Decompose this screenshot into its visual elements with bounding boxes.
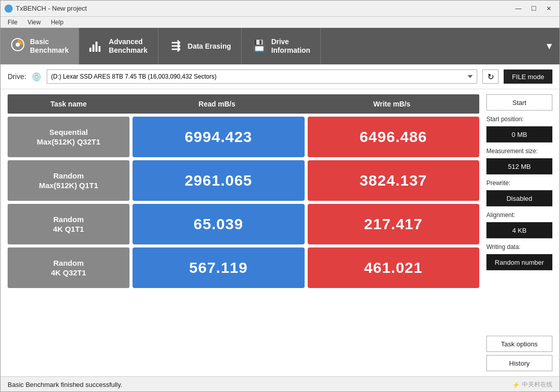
advanced-benchmark-icon bbox=[89, 41, 104, 52]
row-read-2: 65.039 bbox=[133, 204, 305, 244]
row-label-0: SequentialMax(512K) Q32T1 bbox=[8, 117, 129, 157]
app-icon bbox=[5, 5, 13, 13]
drive-information-icon: 💾 bbox=[252, 40, 266, 53]
maximize-button[interactable]: ☐ bbox=[527, 4, 540, 14]
prewrite-label: Prewrite: bbox=[486, 180, 552, 187]
logo-text: 中关村在线 bbox=[522, 380, 552, 389]
toolbar-data-erasing[interactable]: ⇶ Data Erasing bbox=[158, 28, 242, 64]
benchmark-area: Task name Read mB/s Write mB/s Sequentia… bbox=[1, 89, 559, 376]
sidebar: Start Start position: 0 MB Measurement s… bbox=[486, 94, 552, 371]
measurement-size-label: Measurement size: bbox=[486, 148, 552, 155]
table-row: RandomMax(512K) Q1T1 2961.065 3824.137 bbox=[8, 160, 479, 201]
basic-benchmark-label: BasicBenchmark bbox=[30, 38, 69, 55]
header-read: Read mB/s bbox=[129, 100, 305, 108]
logo-icon: ⚡ bbox=[512, 381, 520, 388]
table-header: Task name Read mB/s Write mB/s bbox=[8, 94, 479, 114]
close-button[interactable]: ✕ bbox=[542, 4, 555, 14]
results-table: Task name Read mB/s Write mB/s Sequentia… bbox=[8, 94, 479, 371]
file-mode-button[interactable]: FILE mode bbox=[504, 69, 552, 84]
main-content: Drive: 💿 (D:) Lexar SSD ARES 8TB 7.45 TB… bbox=[1, 64, 559, 376]
menu-file[interactable]: File bbox=[3, 18, 22, 27]
start-button[interactable]: Start bbox=[486, 94, 552, 111]
toolbar-drive-information[interactable]: 💾 DriveInformation bbox=[242, 28, 321, 64]
title-bar-text: TxBENCH - New project bbox=[16, 5, 512, 12]
writing-data-value[interactable]: Random number bbox=[486, 254, 552, 270]
row-label-2: Random4K Q1T1 bbox=[8, 204, 129, 244]
row-write-2: 217.417 bbox=[308, 204, 480, 244]
status-bar: Basic Benchmark finished successfully. ⚡… bbox=[1, 376, 559, 392]
status-logo: ⚡ 中关村在线 bbox=[512, 380, 552, 389]
data-erasing-icon: ⇶ bbox=[169, 40, 183, 53]
measurement-size-value[interactable]: 512 MB bbox=[486, 158, 552, 174]
title-bar: TxBENCH - New project — ☐ ✕ bbox=[1, 1, 559, 17]
header-write: Write mB/s bbox=[305, 100, 480, 108]
advanced-benchmark-label: AdvancedBenchmark bbox=[109, 38, 147, 55]
start-position-value[interactable]: 0 MB bbox=[486, 126, 552, 142]
toolbar: BasicBenchmark AdvancedBenchmark ⇶ Data … bbox=[1, 28, 559, 64]
alignment-value[interactable]: 4 KB bbox=[486, 222, 552, 238]
table-rows: SequentialMax(512K) Q32T1 6994.423 6496.… bbox=[8, 117, 479, 288]
row-label-1: RandomMax(512K) Q1T1 bbox=[8, 160, 129, 201]
row-write-0: 6496.486 bbox=[308, 117, 480, 157]
toolbar-advanced-benchmark[interactable]: AdvancedBenchmark bbox=[79, 28, 158, 64]
row-label-3: Random4K Q32T1 bbox=[8, 247, 129, 288]
header-task-name: Task name bbox=[8, 100, 129, 108]
table-row: SequentialMax(512K) Q32T1 6994.423 6496.… bbox=[8, 117, 479, 157]
row-write-1: 3824.137 bbox=[308, 160, 480, 201]
title-bar-controls: — ☐ ✕ bbox=[512, 4, 555, 14]
drive-select[interactable]: (D:) Lexar SSD ARES 8TB 7.45 TB (16,003,… bbox=[47, 69, 478, 84]
writing-data-label: Writing data: bbox=[486, 243, 552, 251]
row-write-3: 461.021 bbox=[308, 247, 480, 288]
data-erasing-label: Data Erasing bbox=[188, 42, 232, 51]
drive-bar: Drive: 💿 (D:) Lexar SSD ARES 8TB 7.45 TB… bbox=[1, 64, 559, 89]
table-row: Random4K Q32T1 567.119 461.021 bbox=[8, 247, 479, 288]
table-row: Random4K Q1T1 65.039 217.417 bbox=[8, 204, 479, 244]
drive-icon: 💿 bbox=[31, 72, 42, 82]
alignment-label: Alignment: bbox=[486, 211, 552, 219]
task-options-button[interactable]: Task options bbox=[486, 336, 552, 352]
toolbar-dropdown[interactable]: ▼ bbox=[539, 28, 559, 64]
start-position-label: Start position: bbox=[486, 116, 552, 123]
prewrite-value[interactable]: Disabled bbox=[486, 190, 552, 206]
minimize-button[interactable]: — bbox=[512, 4, 525, 14]
status-message: Basic Benchmark finished successfully. bbox=[8, 381, 122, 388]
sidebar-spacer bbox=[486, 273, 552, 333]
menu-bar: File View Help bbox=[1, 17, 559, 28]
row-read-0: 6994.423 bbox=[133, 117, 305, 157]
row-read-3: 567.119 bbox=[133, 247, 305, 288]
drive-refresh-button[interactable]: ↻ bbox=[482, 69, 499, 84]
menu-view[interactable]: View bbox=[22, 18, 46, 27]
history-button[interactable]: History bbox=[486, 355, 552, 371]
basic-benchmark-icon bbox=[11, 38, 25, 55]
svg-point-1 bbox=[16, 43, 20, 47]
drive-information-label: DriveInformation bbox=[271, 38, 310, 55]
menu-help[interactable]: Help bbox=[46, 18, 69, 27]
row-read-1: 2961.065 bbox=[133, 160, 305, 201]
toolbar-basic-benchmark[interactable]: BasicBenchmark bbox=[1, 28, 79, 64]
drive-label: Drive: bbox=[8, 73, 26, 81]
